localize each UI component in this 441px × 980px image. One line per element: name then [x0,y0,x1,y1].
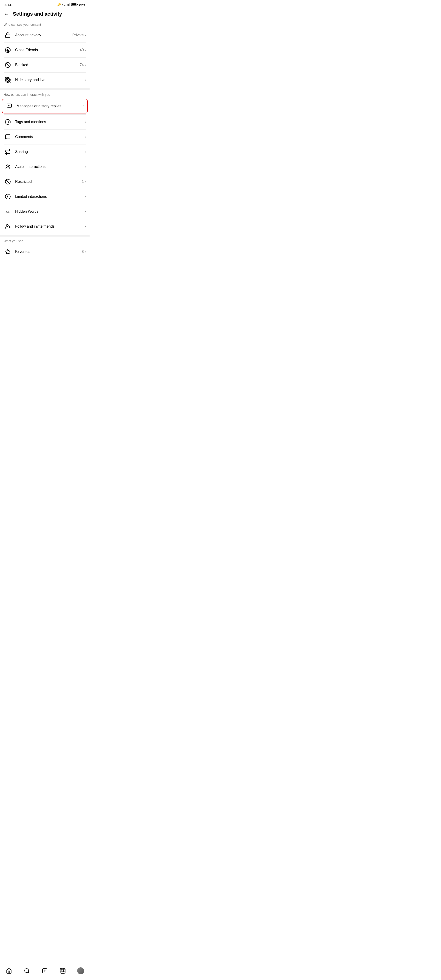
chevron-icon: › [85,48,86,52]
status-time: 8:41 [5,3,11,7]
chevron-icon: › [85,165,86,169]
block-icon [4,61,12,69]
lock-icon [4,31,12,39]
svg-rect-1 [67,4,68,6]
avatar-right: › [85,165,86,169]
chevron-icon: › [85,120,86,124]
menu-item-blocked[interactable]: Blocked 74 › [0,58,89,72]
svg-rect-2 [68,4,69,6]
messages-icon [5,102,13,110]
chevron-icon: › [85,150,86,154]
avatar-label: Avatar interactions [15,165,85,169]
text-icon: Aa [4,207,12,216]
limited-icon [4,192,12,201]
battery-percent: 94% [79,3,85,6]
status-bar: 8:41 🔑 4G 94% [0,0,89,8]
menu-item-comments[interactable]: Comments › [0,129,89,144]
comments-icon [4,133,12,141]
blocked-right: 74 › [80,63,86,67]
menu-item-favorites[interactable]: Favorites 8 › [0,244,89,259]
restricted-label: Restricted [15,180,82,184]
battery-icon [72,3,78,7]
chevron-icon: › [85,250,86,254]
follow-label: Follow and invite friends [15,224,85,229]
messages-right: › [83,104,84,108]
account-privacy-right: Private › [72,33,86,37]
svg-rect-6 [72,3,76,5]
menu-item-hidden-words[interactable]: Aa Hidden Words › [0,204,89,219]
tags-mentions-right: › [85,120,86,124]
messages-label: Messages and story replies [16,104,83,108]
menu-item-tags-mentions[interactable]: Tags and mentions › [0,115,89,129]
menu-item-close-friends[interactable]: Close Friends 40 › [0,43,89,57]
chevron-icon: › [85,78,86,82]
signal-4g: 4G [62,3,65,6]
follow-icon [4,222,12,231]
chevron-icon: › [85,135,86,139]
back-button[interactable]: ← [4,11,9,17]
svg-point-17 [6,165,7,166]
section-label-how-others: How others can interact with you [0,91,89,98]
menu-item-restricted[interactable]: Restricted 1 › [0,174,89,189]
account-privacy-label: Account privacy [15,33,72,37]
chevron-icon: › [85,63,86,67]
chevron-icon: › [85,194,86,199]
tags-mentions-label: Tags and mentions [15,120,85,124]
svg-point-25 [6,224,8,226]
limited-label: Limited interactions [15,194,85,199]
hidden-words-right: › [85,210,86,213]
svg-rect-3 [69,3,70,6]
close-friends-right: 40 › [80,48,86,52]
sharing-right: › [85,150,86,154]
menu-item-account-privacy[interactable]: Account privacy Private › [0,28,89,43]
svg-rect-5 [77,4,78,5]
sharing-icon [4,148,12,156]
menu-item-follow[interactable]: Follow and invite friends › [0,219,89,234]
chevron-icon: › [85,210,86,213]
chevron-icon: › [85,33,86,37]
at-icon [4,118,12,126]
svg-text:Aa: Aa [5,210,10,214]
svg-point-16 [9,165,10,166]
star-filled-icon [4,46,12,54]
follow-right: › [85,224,86,229]
section-label-who-can-see: Who can see your content [0,21,89,28]
svg-marker-28 [5,249,10,254]
page-title: Settings and activity [13,11,62,17]
chevron-icon: › [83,104,84,108]
chevron-icon: › [85,180,86,184]
settings-content: Who can see your content Account privacy… [0,21,89,277]
svg-rect-7 [5,35,10,38]
limited-right: › [85,194,86,199]
section-label-what-you-see: What you see [0,237,89,244]
svg-point-15 [7,165,9,167]
hide-story-label: Hide story and live [15,78,85,82]
menu-item-messages[interactable]: Messages and story replies › [2,99,88,113]
sharing-label: Sharing [15,150,85,154]
svg-line-11 [6,63,10,67]
svg-point-14 [7,121,9,123]
svg-rect-0 [67,5,67,6]
menu-item-avatar[interactable]: Avatar interactions › [0,159,89,174]
menu-item-limited[interactable]: Limited interactions › [0,189,89,204]
status-icons: 🔑 4G 94% [57,3,85,7]
chevron-icon: › [85,224,86,229]
hidden-words-label: Hidden Words [15,210,85,213]
close-friends-label: Close Friends [15,48,80,52]
page-header: ← Settings and activity [0,8,89,21]
signal-bars [67,3,70,7]
restricted-icon [4,178,12,186]
favorites-right: 8 › [82,250,86,254]
blocked-label: Blocked [15,63,80,67]
favorites-label: Favorites [15,250,82,254]
key-icon: 🔑 [57,3,61,6]
hide-story-right: › [85,78,86,82]
svg-marker-9 [6,49,10,52]
menu-item-hide-story[interactable]: Hide story and live › [0,73,89,87]
menu-item-sharing[interactable]: Sharing › [0,145,89,159]
star-outline-icon [4,248,12,256]
restricted-right: 1 › [82,180,86,184]
comments-right: › [85,135,86,139]
comments-label: Comments [15,135,85,139]
hide-story-icon [4,76,12,84]
